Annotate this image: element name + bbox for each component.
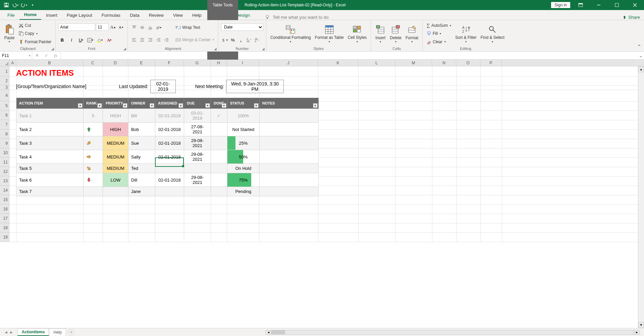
table-cell[interactable]: HIGH (103, 123, 128, 136)
close-icon[interactable] (627, 0, 643, 10)
tell-me-search[interactable]: Tell me what you want to do (265, 14, 329, 20)
tab-file[interactable]: File (3, 11, 19, 20)
table-cell[interactable] (211, 173, 227, 187)
format-painter-button[interactable]: Format Painter (17, 38, 53, 46)
cancel-formula-icon[interactable]: ✕ (32, 53, 42, 58)
table-header-priority[interactable]: PRIORITY▼ (103, 98, 128, 109)
table-header-assigned[interactable]: ASSIGNED▼ (155, 98, 184, 109)
table-row[interactable]: Task 2HIGHBob02-01-201827-08-2021Not Sta… (16, 123, 319, 136)
delete-cells-button[interactable]: Delete▾ (388, 21, 403, 46)
font-name-select[interactable] (58, 23, 95, 31)
alignment-dialog-launcher[interactable]: ◢ (214, 47, 217, 51)
merge-center-button[interactable]: Merge & Center▾ (174, 36, 215, 44)
filter-dropdown-icon[interactable]: ▼ (205, 103, 210, 108)
select-all-corner[interactable] (0, 60, 9, 66)
table-row[interactable]: Task 6LOWDill02-01-201829-08-202175% (16, 173, 319, 187)
align-right-icon[interactable] (147, 36, 154, 44)
table-cell[interactable] (84, 136, 103, 150)
accounting-format-icon[interactable]: $▾ (221, 37, 228, 44)
row-header-6[interactable]: 6 (0, 111, 9, 120)
row-header-13[interactable]: 13 (0, 176, 9, 186)
table-cell[interactable]: 03-01-2019 (184, 109, 211, 123)
sheet-nav-next-icon[interactable]: ► (9, 330, 13, 335)
table-cell[interactable]: Sally (128, 150, 155, 164)
row-header-17[interactable]: 17 (0, 214, 9, 223)
table-cell[interactable] (259, 136, 318, 150)
table-header-notes[interactable]: NOTES▼ (259, 98, 318, 109)
table-cell[interactable]: MEDIUM (103, 164, 128, 173)
row-header-18[interactable]: 18 (0, 223, 9, 232)
sort-filter-button[interactable]: AZSort & Filter▾ (454, 21, 478, 46)
horizontal-scrollbar[interactable] (271, 330, 634, 335)
minimize-icon[interactable] (591, 0, 606, 10)
table-header-status[interactable]: STATUS▼ (227, 98, 259, 109)
find-select-button[interactable]: Find & Select▾ (479, 21, 506, 46)
table-cell[interactable]: 02-01-2018 (155, 136, 184, 150)
format-as-table-button[interactable]: Format as Table▾ (314, 21, 345, 46)
sheet-tab-help[interactable]: Help (49, 329, 66, 336)
table-cell[interactable] (103, 187, 128, 196)
table-cell[interactable]: Bob (128, 123, 155, 136)
sheet-tab-actionitems[interactable]: ActionItems (17, 328, 49, 336)
table-cell[interactable] (211, 136, 227, 150)
table-cell[interactable] (84, 164, 103, 173)
table-cell[interactable]: 100% (227, 109, 259, 123)
table-cell[interactable]: MEDIUM (103, 136, 128, 150)
save-icon[interactable] (3, 1, 10, 9)
borders-button[interactable]: ▾ (87, 37, 94, 44)
table-cell[interactable]: 02-01-2019 (155, 109, 184, 123)
row-header-16[interactable]: 16 (0, 204, 9, 214)
table-cell[interactable] (259, 123, 318, 136)
table-cell[interactable]: ✓ (211, 109, 227, 123)
conditional-formatting-button[interactable]: Conditional Formatting▾ (269, 21, 312, 46)
align-top-icon[interactable] (130, 24, 138, 31)
table-cell[interactable] (211, 164, 227, 173)
filter-dropdown-icon[interactable]: ▼ (78, 103, 83, 108)
comma-format-icon[interactable]: , (237, 37, 245, 44)
table-cell[interactable]: Bill (128, 109, 155, 123)
filter-dropdown-icon[interactable]: ▼ (97, 103, 102, 108)
table-cell[interactable]: 50% (227, 150, 259, 164)
row-header-14[interactable]: 14 (0, 186, 9, 195)
row-header-2[interactable]: 2 (0, 76, 9, 85)
increase-decimal-icon[interactable]: .0.00 (245, 37, 253, 44)
table-cell[interactable]: Pending (227, 187, 259, 196)
name-box[interactable]: F11 (0, 52, 32, 59)
tab-page-layout[interactable]: Page Layout (62, 11, 97, 20)
number-dialog-launcher[interactable]: ◢ (262, 47, 265, 51)
table-cell[interactable] (259, 173, 318, 187)
tab-insert[interactable]: Insert (41, 11, 62, 20)
table-row[interactable]: Task 15HIGHBill02-01-201903-01-2019✓100% (16, 109, 319, 123)
table-cell[interactable] (259, 109, 318, 123)
align-center-icon[interactable] (139, 36, 146, 44)
column-header-p[interactable]: P (480, 60, 502, 66)
font-size-select[interactable] (96, 23, 109, 31)
row-header-3[interactable]: 3 (0, 85, 9, 90)
align-left-icon[interactable] (130, 36, 138, 44)
table-cell[interactable]: Task 1 (16, 109, 84, 123)
increase-indent-icon[interactable] (163, 36, 170, 44)
table-cell[interactable]: Jane (128, 187, 155, 196)
cell-styles-button[interactable]: Cell Styles▾ (346, 21, 368, 46)
scroll-up-icon[interactable]: ▲ (638, 66, 644, 72)
format-cells-button[interactable]: Format▾ (404, 21, 420, 46)
table-row[interactable]: Task 3MEDIUMSue02-01-201829-08-202125% (16, 136, 319, 150)
paste-button[interactable]: Paste ▾ (3, 21, 16, 46)
table-cell[interactable]: 02-01-2018 (155, 173, 184, 187)
bold-button[interactable]: B (58, 37, 66, 44)
row-header-19[interactable]: 19 (0, 232, 9, 242)
fx-icon[interactable]: fx (51, 53, 60, 58)
sheet-nav-prev-icon[interactable]: ◄ (4, 330, 8, 335)
table-cell[interactable] (211, 150, 227, 164)
collapse-ribbon-icon[interactable]: ⌃ (637, 44, 641, 50)
filter-dropdown-icon[interactable]: ▼ (313, 103, 318, 108)
table-cell[interactable]: Task 2 (16, 123, 84, 136)
table-cell[interactable]: Not Started (227, 123, 259, 136)
formula-input[interactable] (61, 52, 637, 59)
row-header-15[interactable]: 15 (0, 195, 9, 204)
table-cell[interactable] (84, 187, 103, 196)
table-cell[interactable] (211, 187, 227, 196)
table-cell[interactable]: 25% (227, 136, 259, 150)
cut-button[interactable]: Cut (17, 22, 53, 29)
table-cell[interactable] (84, 150, 103, 164)
